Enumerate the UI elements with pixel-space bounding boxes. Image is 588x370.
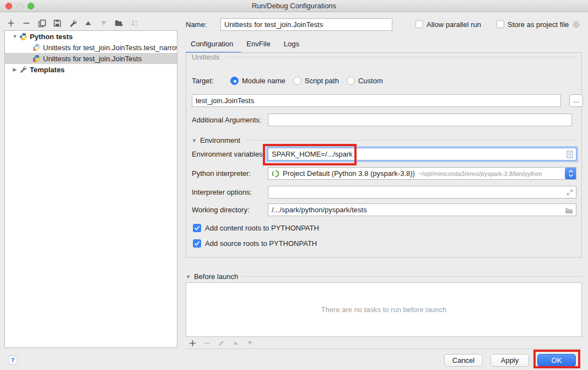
radio-script-path[interactable]: Script path bbox=[293, 77, 339, 85]
interpreter-path: ~/opt/miniconda3/envs/pyspark-3.8/bin/py… bbox=[418, 170, 542, 177]
tab-configuration[interactable]: Configuration bbox=[186, 36, 241, 53]
collapse-arrow-icon[interactable]: ▼ bbox=[10, 34, 19, 39]
interpreter-options-label: Interpreter options: bbox=[192, 188, 268, 196]
move-up-icon[interactable] bbox=[84, 19, 93, 28]
interpreter-options-row: Interpreter options: bbox=[192, 186, 576, 199]
before-launch-toolbar bbox=[188, 337, 254, 348]
minimize-window-button bbox=[17, 3, 23, 9]
move-down-icon bbox=[99, 19, 108, 28]
conda-environment-icon bbox=[272, 170, 279, 178]
close-window-button[interactable] bbox=[6, 3, 12, 9]
folder-icon[interactable] bbox=[565, 207, 573, 216]
remove-configuration-icon[interactable] bbox=[22, 19, 31, 28]
module-name-input[interactable]: test_join.JoinTests bbox=[192, 94, 561, 107]
additional-arguments-input[interactable] bbox=[268, 114, 572, 126]
checkbox-icon[interactable] bbox=[416, 20, 423, 28]
additional-arguments-row: Additional Arguments: bbox=[192, 114, 572, 126]
module-name-row: test_join.JoinTests ... bbox=[192, 94, 561, 107]
name-label: Name: bbox=[186, 20, 220, 29]
tab-logs[interactable]: Logs bbox=[278, 36, 307, 53]
expand-field-icon[interactable] bbox=[567, 189, 573, 197]
svg-text:z: z bbox=[135, 23, 137, 27]
unittests-section-header: Unittests bbox=[192, 53, 577, 61]
collapse-arrow-icon[interactable]: ▼ bbox=[192, 138, 197, 143]
name-input[interactable]: Unittests for test_join.JoinTests bbox=[220, 18, 392, 31]
store-as-project-file-checkbox[interactable]: Store as project file bbox=[497, 20, 569, 29]
environment-variables-row: Environment variables: SPARK_HOME=/.../s… bbox=[192, 148, 576, 160]
working-directory-input[interactable]: /.../spark/python/pyspark/tests bbox=[268, 203, 576, 216]
edit-templates-icon[interactable] bbox=[68, 19, 77, 28]
chevron-up-down-icon[interactable] bbox=[565, 167, 576, 180]
tree-item-label: Unittests for test_join.JoinTests bbox=[43, 55, 142, 63]
remove-task-icon bbox=[202, 339, 211, 347]
window-title: Run/Debug Configurations bbox=[252, 2, 336, 10]
templates-wrench-icon bbox=[19, 66, 28, 74]
before-launch-task-list: There are no tasks to run before launch bbox=[186, 282, 582, 337]
environment-variables-label: Environment variables: bbox=[192, 150, 268, 158]
radio-selected-icon[interactable] bbox=[230, 77, 239, 85]
panel-bottom-divider bbox=[186, 348, 582, 349]
gear-icon[interactable] bbox=[572, 20, 580, 29]
sort-alphabetically-icon: az bbox=[130, 19, 139, 28]
radio-icon[interactable] bbox=[293, 77, 301, 85]
zoom-window-button[interactable] bbox=[28, 3, 34, 9]
move-task-down-icon bbox=[245, 339, 254, 347]
radio-custom[interactable]: Custom bbox=[347, 77, 383, 85]
interpreter-options-input[interactable] bbox=[268, 186, 576, 199]
copy-configuration-icon[interactable] bbox=[37, 19, 46, 28]
before-launch-section-header[interactable]: ▼ Before launch bbox=[186, 272, 582, 281]
tree-item-label: Python tests bbox=[30, 33, 73, 41]
edit-task-pencil-icon bbox=[217, 339, 225, 347]
tree-item-label: Templates bbox=[30, 66, 64, 74]
python-interpreter-select[interactable]: Project Default (Python 3.8 (pyspark-3.8… bbox=[268, 167, 576, 180]
configuration-tabs: Configuration EnvFile Logs bbox=[186, 36, 307, 53]
cancel-button[interactable]: Cancel bbox=[444, 354, 483, 367]
working-directory-row: Working directory: /.../spark/python/pys… bbox=[192, 203, 576, 216]
configuration-panel: Unittests Target: Module name Script pat… bbox=[186, 53, 582, 258]
python-interpreter-label: Python interpreter: bbox=[192, 169, 268, 178]
apply-button[interactable]: Apply bbox=[490, 354, 529, 367]
help-button[interactable]: ? bbox=[8, 355, 18, 365]
expand-arrow-icon[interactable]: ▶ bbox=[10, 67, 19, 72]
target-label: Target: bbox=[192, 77, 230, 85]
title-bar: Run/Debug Configurations bbox=[0, 0, 588, 12]
tree-item-python-tests[interactable]: ▼ Python tests bbox=[5, 31, 177, 42]
collapse-arrow-icon[interactable]: ▼ bbox=[186, 274, 191, 280]
add-source-roots-checkbox[interactable]: Add source roots to PYTHONPATH bbox=[193, 239, 317, 248]
environment-variables-input[interactable]: SPARK_HOME=/.../spark bbox=[268, 148, 576, 160]
python-tests-icon bbox=[19, 33, 28, 41]
ok-button[interactable]: OK bbox=[537, 354, 576, 367]
tree-item-test-narrow[interactable]: Unittests for test_join.JoinTests.test_n… bbox=[5, 42, 177, 53]
python-test-icon bbox=[33, 55, 41, 63]
python-interpreter-row: Python interpreter: Project Default (Pyt… bbox=[192, 167, 576, 180]
add-configuration-icon[interactable] bbox=[7, 19, 15, 28]
environment-section-header[interactable]: ▼ Environment bbox=[192, 136, 577, 144]
additional-arguments-label: Additional Arguments: bbox=[192, 116, 268, 124]
radio-module-name[interactable]: Module name bbox=[230, 77, 285, 85]
target-row: Target: Module name Script path Custom bbox=[192, 77, 391, 85]
svg-text:a: a bbox=[135, 19, 137, 23]
radio-icon[interactable] bbox=[347, 77, 355, 85]
configurations-tree: ▼ Python tests Unittests for test_join.J… bbox=[4, 30, 177, 348]
add-task-icon[interactable] bbox=[188, 339, 197, 347]
move-task-up-icon bbox=[231, 339, 240, 347]
new-folder-icon[interactable] bbox=[115, 19, 123, 28]
browse-module-button[interactable]: ... bbox=[569, 94, 583, 107]
before-launch-empty-message: There are no tasks to run before launch bbox=[321, 305, 447, 314]
configurations-toolbar: az bbox=[7, 18, 139, 29]
tree-item-templates[interactable]: ▶ Templates bbox=[5, 64, 177, 75]
checked-checkbox-icon[interactable] bbox=[193, 239, 201, 248]
checked-checkbox-icon[interactable] bbox=[193, 224, 201, 232]
working-directory-label: Working directory: bbox=[192, 206, 268, 214]
python-test-icon bbox=[33, 44, 41, 52]
tree-item-jointests-selected[interactable]: Unittests for test_join.JoinTests bbox=[5, 53, 177, 64]
tab-envfile[interactable]: EnvFile bbox=[241, 36, 278, 53]
tree-item-label: Unittests for test_join.JoinTests.test_n… bbox=[43, 44, 177, 52]
save-configuration-icon[interactable] bbox=[53, 19, 62, 28]
add-content-roots-checkbox[interactable]: Add content roots to PYTHONPATH bbox=[193, 224, 319, 232]
allow-parallel-run-checkbox[interactable]: Allow parallel run bbox=[416, 20, 481, 29]
edit-variables-icon[interactable] bbox=[567, 151, 573, 160]
checkbox-icon[interactable] bbox=[497, 20, 504, 28]
